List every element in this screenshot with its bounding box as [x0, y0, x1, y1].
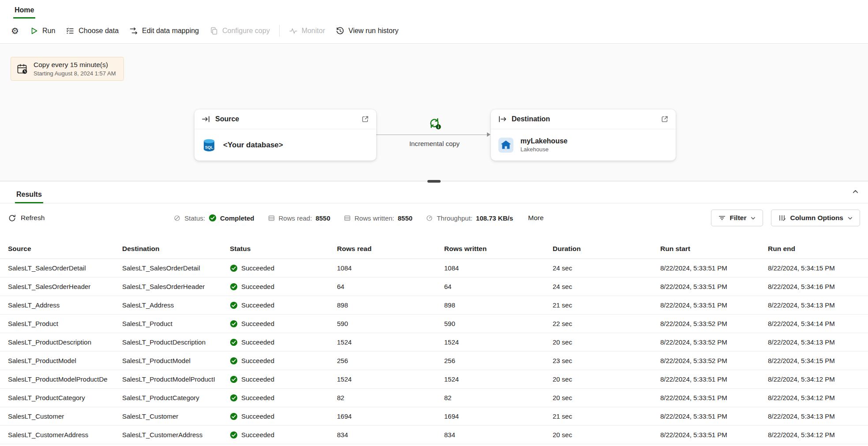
tab-results[interactable]: Results — [15, 187, 43, 203]
table-row[interactable]: SalesLT_CustomerAddress SalesLT_Customer… — [0, 426, 868, 444]
header-run-start[interactable]: Run start — [660, 245, 768, 253]
results-panel: Results Refresh Status: Completed — [0, 181, 868, 444]
table-row[interactable]: SalesLT_ProductDescription SalesLT_Produ… — [0, 333, 868, 352]
more-button[interactable]: More — [528, 214, 543, 222]
gear-icon: ⚙ — [11, 26, 19, 35]
chevron-down-icon — [750, 215, 756, 221]
configure-copy-button[interactable]: Configure copy — [205, 23, 275, 39]
panel-resize-handle[interactable] — [427, 180, 441, 183]
succeeded-check-icon — [230, 301, 238, 309]
open-destination-icon[interactable] — [661, 115, 669, 123]
cell-run-start: 8/22/2024, 5:33:52 PM — [660, 338, 768, 346]
table-row[interactable]: SalesLT_SalesOrderDetail SalesLT_SalesOr… — [0, 259, 868, 277]
column-options-label: Column Options — [790, 214, 843, 222]
source-node-header: Source — [195, 109, 376, 129]
tab-home[interactable]: Home — [13, 2, 35, 19]
cell-source: SalesLT_ProductModel — [8, 357, 122, 364]
table-row[interactable]: SalesLT_ProductCategory SalesLT_ProductC… — [0, 389, 868, 407]
cell-status: Succeeded — [230, 301, 337, 309]
svg-text:i: i — [438, 125, 439, 129]
incremental-copy-label: Incremental copy — [390, 140, 479, 147]
edit-data-mapping-button[interactable]: Edit data mapping — [124, 23, 204, 39]
cell-rows-read: 1084 — [337, 264, 444, 272]
succeeded-check-icon — [230, 357, 238, 365]
status-check-icon — [209, 214, 217, 222]
source-database-name: <Your database> — [223, 141, 283, 150]
cell-run-start: 8/22/2024, 5:33:51 PM — [660, 301, 768, 309]
table-row[interactable]: SalesLT_ProductModelProductDe SalesLT_Pr… — [0, 370, 868, 389]
destination-glyph-icon — [498, 115, 507, 124]
destination-type: Lakehouse — [520, 146, 568, 153]
view-run-history-button[interactable]: View run history — [331, 23, 404, 39]
table-row[interactable]: SalesLT_ProductModel SalesLT_ProductMode… — [0, 352, 868, 370]
pipeline-canvas[interactable]: Copy every 15 minute(s) Starting August … — [0, 44, 868, 181]
cell-source: SalesLT_SalesOrderHeader — [8, 283, 122, 290]
header-rows-read[interactable]: Rows read — [337, 245, 444, 253]
cell-duration: 24 sec — [553, 264, 660, 272]
filter-button[interactable]: Filter — [711, 210, 763, 226]
succeeded-check-icon — [230, 412, 238, 420]
refresh-button[interactable]: Refresh — [8, 214, 45, 222]
cell-rows-written: 1524 — [444, 375, 553, 383]
data-mapping-icon — [129, 26, 138, 35]
header-source[interactable]: Source — [8, 245, 122, 253]
toolbar: ⚙ Run Choose data Edit data mapping Conf… — [0, 19, 868, 44]
destination-node[interactable]: Destination myLakehouse Lakehouse — [491, 109, 676, 161]
header-rows-written[interactable]: Rows written — [444, 245, 553, 253]
cell-rows-written: 1524 — [444, 338, 553, 346]
cell-run-start: 8/22/2024, 5:33:52 PM — [660, 357, 768, 364]
cell-status: Succeeded — [230, 375, 337, 383]
history-clock-icon — [336, 26, 344, 35]
schedule-badge[interactable]: Copy every 15 minute(s) Starting August … — [11, 57, 124, 81]
status-text: Succeeded — [241, 264, 274, 272]
open-source-icon[interactable] — [361, 115, 369, 123]
header-run-end[interactable]: Run end — [768, 245, 868, 253]
cell-source: SalesLT_ProductDescription — [8, 338, 122, 346]
rows-written-icon — [344, 214, 351, 222]
header-duration[interactable]: Duration — [553, 245, 660, 253]
succeeded-check-icon — [230, 283, 238, 291]
header-destination[interactable]: Destination — [122, 245, 230, 253]
cell-status: Succeeded — [230, 283, 337, 291]
succeeded-check-icon — [230, 338, 238, 346]
source-node[interactable]: Source SQL <Your database> — [195, 109, 376, 161]
cell-run-start: 8/22/2024, 5:33:51 PM — [660, 431, 768, 439]
header-status[interactable]: Status — [230, 245, 337, 253]
cell-duration: 20 sec — [553, 375, 660, 383]
metric-rows-read: Rows read: 8550 — [268, 214, 330, 222]
column-options-button[interactable]: Column Options — [771, 210, 860, 226]
cell-destination: SalesLT_ProductModel — [122, 357, 230, 364]
cell-destination: SalesLT_Customer — [122, 412, 230, 420]
cell-rows-written: 590 — [444, 320, 553, 327]
table-row[interactable]: SalesLT_SalesOrderHeader SalesLT_SalesOr… — [0, 277, 868, 296]
connector-arrowhead — [487, 132, 490, 137]
table-row[interactable]: SalesLT_Customer SalesLT_Customer Succee… — [0, 407, 868, 426]
cell-run-end: 8/22/2024, 5:34:15 PM — [768, 264, 868, 272]
table-row[interactable]: SalesLT_Address SalesLT_Address Succeede… — [0, 296, 868, 315]
configure-copy-label: Configure copy — [222, 27, 270, 35]
status-label: Status: — [184, 214, 205, 222]
choose-data-icon — [66, 26, 75, 35]
collapse-panel-button[interactable] — [852, 188, 859, 195]
destination-text: myLakehouse Lakehouse — [520, 137, 568, 153]
cell-run-start: 8/22/2024, 5:33:51 PM — [660, 283, 768, 290]
cell-duration: 24 sec — [553, 283, 660, 290]
table-row[interactable]: SalesLT_Product SalesLT_Product Succeede… — [0, 315, 868, 333]
cell-status: Succeeded — [230, 264, 337, 272]
run-button[interactable]: Run — [25, 23, 60, 39]
monitor-button[interactable]: Monitor — [284, 23, 330, 39]
cell-destination: SalesLT_Product — [122, 320, 230, 327]
source-node-body: SQL <Your database> — [195, 129, 376, 161]
choose-data-button[interactable]: Choose data — [61, 23, 123, 39]
cell-status: Succeeded — [230, 412, 337, 420]
rows-read-icon — [268, 214, 275, 222]
cell-duration: 22 sec — [553, 320, 660, 327]
cell-status: Succeeded — [230, 338, 337, 346]
cell-rows-read: 1524 — [337, 375, 444, 383]
settings-button[interactable]: ⚙ — [6, 23, 24, 39]
run-metrics: Status: Completed Rows read: 8550 Rows w… — [173, 214, 543, 222]
cell-destination: SalesLT_SalesOrderDetail — [122, 264, 230, 272]
source-node-title: Source — [215, 115, 239, 123]
schedule-line2: Starting August 8, 2024 1:57 AM — [34, 70, 116, 77]
results-tabbar: Results — [0, 181, 868, 203]
